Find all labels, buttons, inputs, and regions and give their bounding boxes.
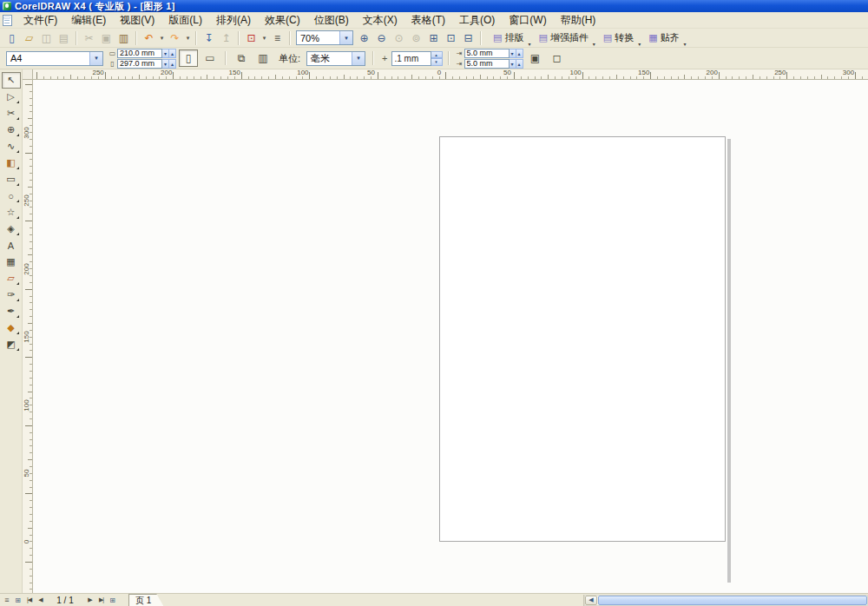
table-tool[interactable]: ▦ xyxy=(2,254,21,270)
paper-width-field[interactable]: 210.0 mm xyxy=(117,49,162,58)
interactive-fill-tool[interactable]: ◩ xyxy=(2,336,21,352)
portrait-button[interactable]: ▯ xyxy=(179,49,198,67)
freehand-tool[interactable]: ∿ xyxy=(2,138,21,155)
scroll-left-button[interactable]: ◀ xyxy=(585,596,597,605)
menu-item-10[interactable]: 窗口(W) xyxy=(502,12,553,28)
landscape-button[interactable]: ▭ xyxy=(201,49,220,67)
spin-up-icon[interactable]: ▴ xyxy=(169,49,176,58)
paste-button[interactable]: ▥ xyxy=(115,30,132,46)
nudge-offset-field-value[interactable]: .1 mm xyxy=(391,51,431,66)
first-page-button[interactable]: |◀ xyxy=(23,595,35,606)
redo-dropdown[interactable]: ▾ xyxy=(184,30,192,46)
redo-button[interactable]: ↷ xyxy=(167,30,183,46)
drawing-page[interactable] xyxy=(439,136,726,542)
spin-up-icon[interactable]: ▴ xyxy=(516,49,523,58)
application-launcher-button[interactable]: ⊡ xyxy=(243,30,260,46)
undo-dropdown[interactable]: ▾ xyxy=(158,30,166,46)
basic-shapes-tool[interactable]: ◈ xyxy=(2,221,21,237)
zoom-level-combo[interactable]: 70%▾ xyxy=(296,30,353,45)
spinner-buttons[interactable]: ▾▴ xyxy=(162,59,176,69)
menu-item-6[interactable]: 位图(B) xyxy=(307,12,356,28)
spin-down-icon[interactable]: ▾ xyxy=(510,49,516,58)
ellipse-tool[interactable]: ○ xyxy=(2,188,21,204)
polygon-tool[interactable]: ☆ xyxy=(2,204,21,221)
spinner-buttons[interactable]: ▴▾ xyxy=(431,51,443,66)
horizontal-ruler[interactable]: 25020015010050050100150200250300 xyxy=(33,69,868,80)
outline-tool[interactable]: ✒ xyxy=(2,303,21,319)
fill-tool[interactable]: ◆ xyxy=(2,319,21,336)
smart-fill-tool[interactable]: ◧ xyxy=(2,155,21,171)
add-page-end-button[interactable]: ⊞ xyxy=(107,595,118,606)
page-tab[interactable]: 页 1 xyxy=(128,594,163,606)
previous-page-button[interactable]: ◀ xyxy=(35,595,46,606)
paper-height-field[interactable]: 297.0 mm xyxy=(117,59,162,69)
layout-button[interactable]: ▤排版▾ xyxy=(489,30,529,46)
interactive-blend-tool[interactable]: ▱ xyxy=(2,270,21,287)
add-page-start-button[interactable]: ⊞ xyxy=(12,595,23,606)
treat-as-filled-button[interactable]: ▣ xyxy=(526,49,545,67)
menu-item-1[interactable]: 编辑(E) xyxy=(64,12,113,28)
chevron-down-icon[interactable]: ▾ xyxy=(89,52,102,65)
menu-item-11[interactable]: 帮助(H) xyxy=(554,12,603,28)
duplicate-y-field[interactable]: 5.0 mm xyxy=(464,59,510,69)
pick-tool[interactable]: ↖ xyxy=(2,72,21,89)
spin-up-icon[interactable]: ▴ xyxy=(431,51,443,59)
menu-item-9[interactable]: 工具(O) xyxy=(452,12,502,28)
all-pages-button[interactable]: ⧉ xyxy=(232,49,251,67)
zoom-width-button[interactable]: ⊟ xyxy=(460,30,477,46)
drawing-canvas[interactable] xyxy=(33,80,868,593)
text-tool[interactable]: A xyxy=(2,237,21,254)
paper-size-combo[interactable]: A4▾ xyxy=(6,51,103,66)
next-page-button[interactable]: ▶ xyxy=(84,595,95,606)
menu-item-4[interactable]: 排列(A) xyxy=(209,12,258,28)
plugins-button[interactable]: ▤增强插件▾ xyxy=(534,30,594,46)
vertical-ruler[interactable]: 300250200150100500 xyxy=(23,80,33,593)
crop-tool[interactable]: ✂ xyxy=(2,105,21,122)
zoom-out-button[interactable]: ⊖ xyxy=(373,30,390,46)
menu-item-5[interactable]: 效果(C) xyxy=(258,12,307,28)
marquee-select-button[interactable]: ◻ xyxy=(548,49,567,67)
current-page-button[interactable]: ▥ xyxy=(253,49,273,67)
page-indicator: 1 / 1 xyxy=(46,596,84,605)
menu-item-7[interactable]: 文本(X) xyxy=(356,12,404,28)
convert-button[interactable]: ▤转换▾ xyxy=(599,30,640,46)
chevron-down-icon[interactable]: ▾ xyxy=(352,52,365,65)
spin-down-icon[interactable]: ▾ xyxy=(510,59,516,69)
scrollbar-thumb[interactable] xyxy=(598,596,867,605)
import-button[interactable]: ↧ xyxy=(201,30,217,46)
rectangle-tool[interactable]: ▭ xyxy=(2,171,21,188)
nudge-offset-field[interactable]: .1 mm▴▾ xyxy=(391,51,443,66)
menu-item-8[interactable]: 表格(T) xyxy=(404,12,452,28)
undo-button[interactable]: ↶ xyxy=(141,30,157,46)
eyedropper-tool[interactable]: ✑ xyxy=(2,287,21,303)
open-button[interactable]: ▱ xyxy=(21,30,37,46)
new-document-button[interactable]: ▯ xyxy=(3,30,20,46)
duplicate-x-field[interactable]: 5.0 mm xyxy=(464,49,510,58)
spinner-buttons[interactable]: ▾▴ xyxy=(162,49,176,58)
zoom-tool[interactable]: ⊕ xyxy=(2,122,21,138)
units-combo[interactable]: 毫米▾ xyxy=(306,51,365,66)
spinner-buttons[interactable]: ▾▴ xyxy=(510,49,523,58)
zoom-in-button[interactable]: ⊕ xyxy=(356,30,372,46)
spin-up-icon[interactable]: ▴ xyxy=(169,59,176,69)
options-button[interactable]: ≡ xyxy=(269,30,286,46)
spin-down-icon[interactable]: ▾ xyxy=(162,59,169,69)
snap-button[interactable]: ▦贴齐▾ xyxy=(644,30,685,46)
chevron-down-icon[interactable]: ▾ xyxy=(339,31,352,44)
menu-item-0[interactable]: 文件(F) xyxy=(16,12,64,28)
application-launcher-dropdown[interactable]: ▾ xyxy=(260,30,268,46)
document-icon[interactable] xyxy=(3,15,12,26)
spinner-buttons[interactable]: ▾▴ xyxy=(510,59,523,69)
spin-down-icon[interactable]: ▾ xyxy=(162,49,169,58)
shape-tool[interactable]: ▷ xyxy=(2,89,21,105)
horizontal-scrollbar[interactable]: ◀ xyxy=(584,595,868,606)
last-page-button[interactable]: ▶| xyxy=(95,595,107,606)
menu-item-3[interactable]: 版面(L) xyxy=(161,12,209,28)
ruler-corner[interactable] xyxy=(23,69,33,80)
zoom-page-button[interactable]: ⊡ xyxy=(443,30,459,46)
menu-item-2[interactable]: 视图(V) xyxy=(113,12,161,28)
toolbar-flyout-icon[interactable]: ≡ xyxy=(2,596,12,604)
spin-down-icon[interactable]: ▾ xyxy=(431,58,443,66)
spin-up-icon[interactable]: ▴ xyxy=(516,59,523,69)
zoom-all-objects-button[interactable]: ⊞ xyxy=(425,30,442,46)
